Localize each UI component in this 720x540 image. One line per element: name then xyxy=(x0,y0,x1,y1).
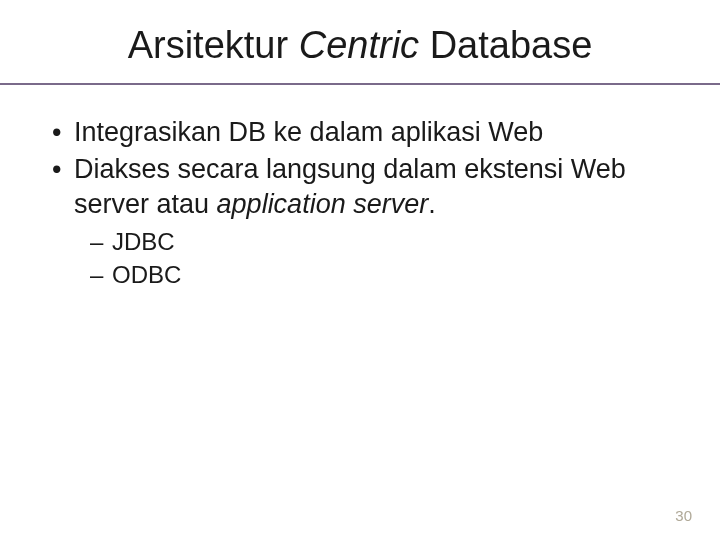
bullet-italic: application server xyxy=(217,189,429,219)
sub-bullet-text: ODBC xyxy=(112,261,181,288)
title-part2: Database xyxy=(419,24,592,66)
title-divider xyxy=(0,83,720,85)
slide-title: Arsitektur Centric Database xyxy=(40,24,680,67)
sub-bullet-list: JDBC ODBC xyxy=(90,226,680,291)
sub-bullet-item: JDBC xyxy=(90,226,680,258)
title-italic: Centric xyxy=(299,24,419,66)
bullet-list: Integrasikan DB ke dalam aplikasi Web Di… xyxy=(48,115,680,222)
sub-bullet-text: JDBC xyxy=(112,228,175,255)
sub-bullet-item: ODBC xyxy=(90,259,680,291)
content-area: Integrasikan DB ke dalam aplikasi Web Di… xyxy=(40,115,680,291)
bullet-item: Diakses secara langsung dalam ekstensi W… xyxy=(48,152,680,222)
bullet-text: Integrasikan DB ke dalam aplikasi Web xyxy=(74,117,543,147)
bullet-item: Integrasikan DB ke dalam aplikasi Web xyxy=(48,115,680,150)
bullet-suffix: . xyxy=(428,189,436,219)
title-part1: Arsitektur xyxy=(128,24,299,66)
slide-container: Arsitektur Centric Database Integrasikan… xyxy=(0,0,720,540)
page-number: 30 xyxy=(675,507,692,524)
